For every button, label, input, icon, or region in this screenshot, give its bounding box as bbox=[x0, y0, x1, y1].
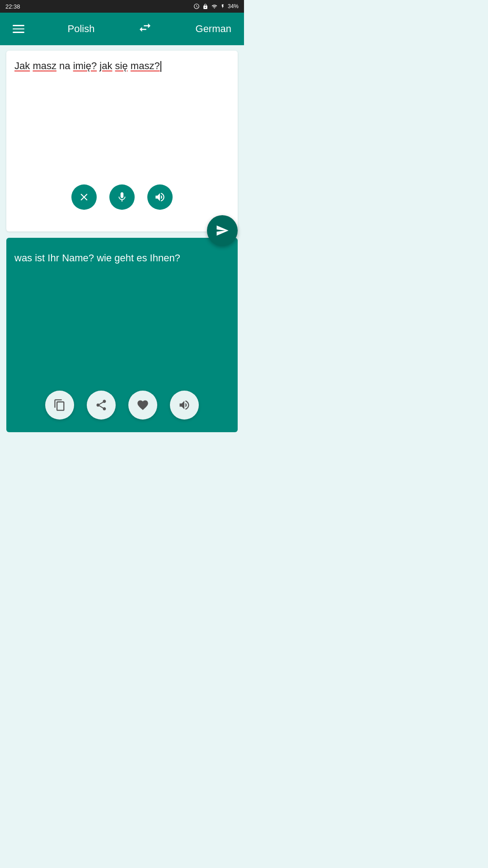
source-language-label[interactable]: Polish bbox=[68, 23, 95, 35]
speak-translation-icon bbox=[178, 399, 191, 411]
heart-icon bbox=[136, 399, 149, 411]
share-button[interactable] bbox=[87, 391, 116, 420]
battery-level: 34% bbox=[228, 3, 239, 9]
signal-icon bbox=[211, 4, 218, 9]
word-sie: się bbox=[115, 60, 128, 71]
speak-source-button[interactable] bbox=[147, 184, 173, 210]
status-bar: 22:38 34% bbox=[0, 0, 244, 13]
swap-languages-button[interactable] bbox=[138, 20, 152, 38]
status-icons: 34% bbox=[193, 3, 239, 9]
source-action-buttons bbox=[14, 184, 230, 210]
word-masz2: masz? bbox=[131, 60, 160, 71]
lock-icon bbox=[202, 4, 208, 9]
status-time: 22:38 bbox=[5, 3, 20, 10]
clear-button[interactable] bbox=[71, 184, 97, 210]
share-icon bbox=[95, 399, 108, 411]
speak-source-icon bbox=[154, 191, 166, 203]
translation-panel: was ist Ihr Name? wie geht es Ihnen? bbox=[6, 238, 238, 432]
swap-icon bbox=[138, 20, 152, 35]
source-panel-wrapper: Jak masz na imię? jak się masz? bbox=[0, 51, 244, 231]
translate-button[interactable] bbox=[207, 215, 238, 246]
target-language-label[interactable]: German bbox=[196, 23, 231, 35]
app-header: Polish German bbox=[0, 13, 244, 45]
charging-icon bbox=[221, 3, 225, 9]
word-masz1: masz bbox=[33, 60, 56, 71]
translation-action-buttons bbox=[6, 391, 238, 420]
copy-icon bbox=[53, 399, 66, 411]
word-jak2: jak bbox=[99, 60, 112, 71]
alarm-icon bbox=[193, 3, 200, 9]
source-text-display[interactable]: Jak masz na imię? jak się masz? bbox=[14, 59, 230, 176]
copy-button[interactable] bbox=[45, 391, 74, 420]
favorite-button[interactable] bbox=[128, 391, 157, 420]
translation-text-display: was ist Ihr Name? wie geht es Ihnen? bbox=[14, 250, 230, 266]
menu-button[interactable] bbox=[13, 25, 24, 33]
word-imie: imię? bbox=[73, 60, 97, 71]
microphone-icon bbox=[116, 191, 128, 203]
source-input-panel: Jak masz na imię? jak się masz? bbox=[6, 51, 238, 231]
speak-translation-button[interactable] bbox=[170, 391, 199, 420]
text-cursor bbox=[160, 61, 161, 72]
send-icon bbox=[216, 224, 229, 237]
clear-icon bbox=[78, 191, 90, 203]
microphone-button[interactable] bbox=[109, 184, 135, 210]
word-jak1: Jak bbox=[14, 60, 30, 71]
